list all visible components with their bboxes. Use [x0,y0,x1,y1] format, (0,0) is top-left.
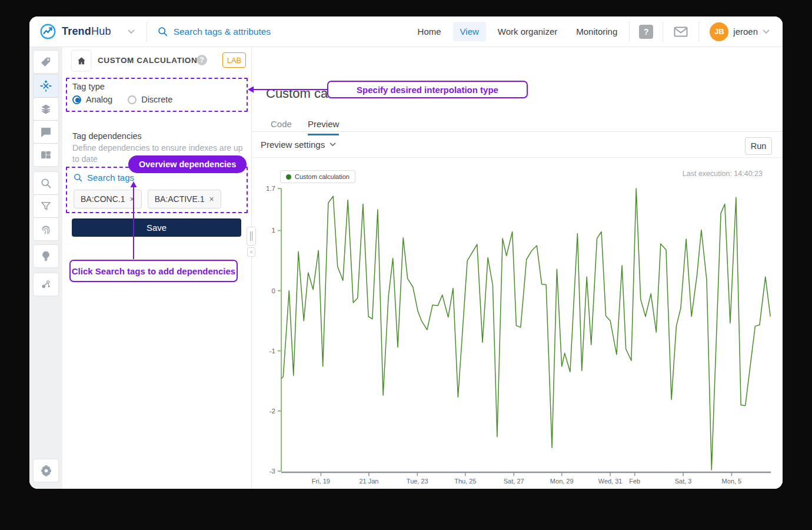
graph-icon[interactable] [34,273,58,296]
svg-text:1.7: 1.7 [266,185,275,192]
tab-code[interactable]: Code [271,119,292,129]
mail-icon[interactable] [674,26,688,37]
svg-text:1: 1 [272,227,275,234]
tag-dependencies-label: Tag dependencies [72,131,142,141]
svg-text:-3: -3 [269,468,275,475]
svg-text:Sat, 3: Sat, 3 [675,478,692,485]
lightbulb-icon[interactable] [34,245,58,267]
search-icon [158,26,168,37]
search-icon [74,173,82,182]
annotation-interpolation-type: Specify desired interpolation type [327,81,528,98]
nav-view[interactable]: View [453,22,486,41]
app-window: TrendHub Search tags & attributes Home V… [29,16,783,489]
nav-monitoring[interactable]: Monitoring [569,22,624,41]
radio-analog-dot[interactable] [72,95,81,104]
layers-icon[interactable] [34,98,58,120]
custom-calculation-panel: CUSTOM CALCULATION ? LAB Tag type Analog… [62,47,252,489]
icon-rail [29,47,62,489]
top-bar: TrendHub Search tags & attributes Home V… [29,16,783,47]
svg-text:0: 0 [272,287,275,294]
divider [147,21,147,42]
gear-icon[interactable] [34,459,58,482]
panel-splitter-handle[interactable] [247,227,256,246]
divider [663,21,663,42]
panel-title: CUSTOM CALCULATION [98,56,197,65]
logo-dropdown-chevron-icon[interactable] [128,29,135,34]
filter-icon[interactable] [34,195,58,217]
save-button[interactable]: Save [72,218,241,237]
custom-calculation-icon[interactable] [34,75,58,97]
dashboard-icon[interactable] [34,144,58,166]
dependency-chips: BA:CONC.1 × BA:ACTIVE.1 × [74,190,221,208]
tag-type-options: Analog Discrete [72,95,172,104]
trendhub-logo-icon[interactable] [40,24,56,39]
home-icon [76,56,86,66]
radio-discrete-dot[interactable] [128,95,137,104]
svg-text:Feb: Feb [629,478,640,485]
comment-icon[interactable] [34,121,58,143]
main-nav: Home View Work organizer Monitoring ? JB… [411,21,783,42]
radio-discrete[interactable]: Discrete [128,95,172,104]
chip-remove-icon[interactable]: × [209,194,214,204]
legend-label: Custom calculation [295,173,350,180]
annotation-arrow-up [129,181,138,260]
lab-badge: LAB [222,52,246,68]
preview-settings-dropdown[interactable]: Preview settings [261,140,336,150]
avatar[interactable]: JB [710,22,728,41]
svg-text:Mon, 5: Mon, 5 [722,478,742,485]
svg-text:-2: -2 [269,408,275,415]
svg-text:Tue, 23: Tue, 23 [407,478,428,485]
help-icon[interactable]: ? [639,25,653,39]
svg-text:Mon, 29: Mon, 29 [550,478,574,485]
tab-bar: Code Preview [252,119,783,132]
svg-text:Wed, 31: Wed, 31 [598,478,623,485]
chart-legend[interactable]: Custom calculation [280,170,355,183]
svg-text:Fri, 19: Fri, 19 [312,478,330,485]
help-circle-icon[interactable]: ? [197,55,207,65]
svg-text:Sat, 27: Sat, 27 [504,478,524,485]
username: jeroen [733,26,758,37]
nav-home[interactable]: Home [411,22,448,41]
svg-text:-1: -1 [269,347,275,355]
fingerprint-icon[interactable] [34,218,58,240]
legend-dot [286,174,291,180]
preview-toolbar: Preview settings Run [252,132,783,158]
nav-work-organizer[interactable]: Work organizer [491,22,564,41]
svg-text:21 Jan: 21 Jan [359,478,378,485]
home-button[interactable] [72,51,91,71]
preview-chart[interactable]: 1.710-1-2-3Fri, 1921 JanTue, 23Thu, 25Sa… [259,184,777,488]
chip-ba-active-1[interactable]: BA:ACTIVE.1 × [148,190,221,208]
search-tags-link[interactable]: Search tags [74,173,134,183]
user-menu-chevron-icon[interactable] [763,29,770,34]
annotation-arrow-left [248,85,328,94]
run-button[interactable]: Run [745,137,772,155]
radio-analog[interactable]: Analog [72,95,112,104]
annotation-overview-dependencies: Overview dependencies [128,155,247,173]
svg-text:Thu, 25: Thu, 25 [454,478,476,485]
tag-icon[interactable] [34,51,58,73]
global-search-input[interactable]: Search tags & attributes [158,26,271,37]
divider [698,21,699,42]
main-content: Custom calculation Specify desired inter… [252,47,783,489]
panel-collapse-button[interactable]: × [247,247,255,257]
divider [629,21,630,42]
tag-type-label: Tag type [72,82,105,91]
last-execution-label: Last execution: 14:40:23 [683,170,763,178]
search-icon[interactable] [34,172,58,194]
brand-name: TrendHub [62,25,111,38]
annotation-click-search-tags: Click Search tags to add dependencies [69,260,238,282]
chevron-down-icon [330,143,336,147]
